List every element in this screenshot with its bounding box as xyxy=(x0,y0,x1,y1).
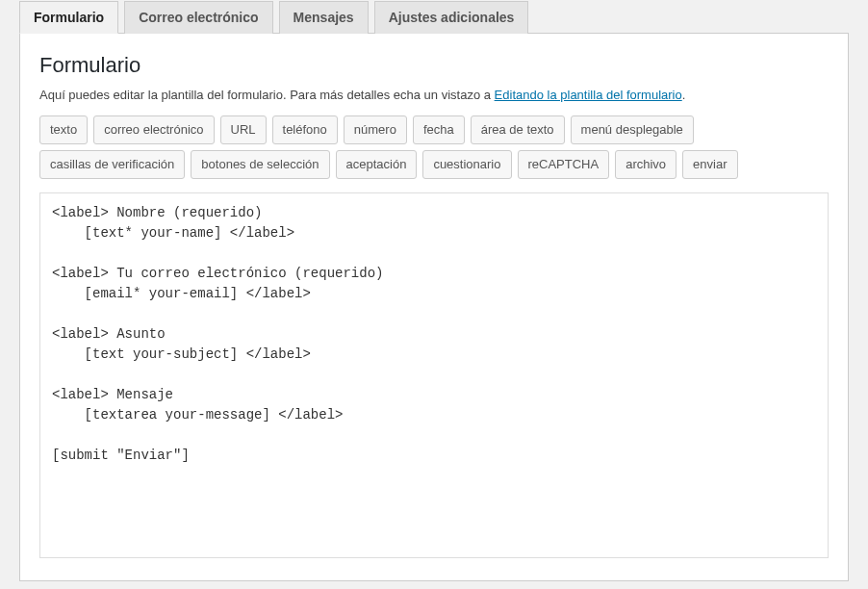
tag-button-texto[interactable]: texto xyxy=(39,115,88,144)
tag-button-correo[interactable]: correo electrónico xyxy=(93,115,214,144)
tabs-nav: Formulario Correo electrónico Mensajes A… xyxy=(19,0,849,34)
tag-buttons-row: texto correo electrónico URL teléfono nú… xyxy=(39,115,829,179)
tag-button-numero[interactable]: número xyxy=(344,115,407,144)
panel-description: Aquí puedes editar la plantilla del form… xyxy=(39,88,829,102)
tag-button-area-texto[interactable]: área de texto xyxy=(471,115,565,144)
tag-button-enviar[interactable]: enviar xyxy=(682,150,737,179)
description-text: Aquí puedes editar la plantilla del form… xyxy=(39,88,495,102)
tab-ajustes[interactable]: Ajustes adicionales xyxy=(374,1,529,34)
tag-button-aceptacion[interactable]: aceptación xyxy=(336,150,418,179)
tag-button-botones-seleccion[interactable]: botones de selección xyxy=(191,150,329,179)
tab-correo[interactable]: Correo electrónico xyxy=(124,1,272,34)
tag-button-fecha[interactable]: fecha xyxy=(413,115,465,144)
tag-button-recaptcha[interactable]: reCAPTCHA xyxy=(518,150,610,179)
tag-button-archivo[interactable]: archivo xyxy=(615,150,677,179)
description-suffix: . xyxy=(682,88,686,102)
form-panel: Formulario Aquí puedes editar la plantil… xyxy=(19,34,849,581)
tag-button-cuestionario[interactable]: cuestionario xyxy=(422,150,511,179)
tag-button-menu-desplegable[interactable]: menú desplegable xyxy=(571,115,694,144)
tab-formulario[interactable]: Formulario xyxy=(19,1,118,34)
panel-heading: Formulario xyxy=(39,53,829,78)
description-link[interactable]: Editando la plantilla del formulario xyxy=(495,88,682,102)
tag-button-casillas[interactable]: casillas de verificación xyxy=(39,150,185,179)
tag-button-telefono[interactable]: teléfono xyxy=(272,115,338,144)
form-template-editor[interactable] xyxy=(39,192,829,558)
tag-button-url[interactable]: URL xyxy=(220,115,267,144)
tab-mensajes[interactable]: Mensajes xyxy=(279,1,369,34)
